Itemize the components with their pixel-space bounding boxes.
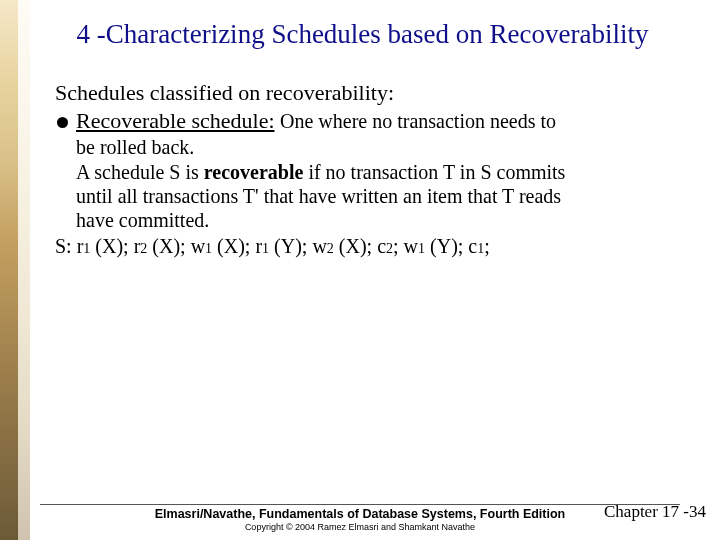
cont-2b: recoverable bbox=[204, 161, 304, 183]
footer-divider bbox=[40, 504, 680, 505]
bullet-item: Recoverable schedule: One where no trans… bbox=[55, 108, 670, 135]
slide-content: 4 -Characterizing Schedules based on Rec… bbox=[0, 0, 720, 540]
bullet-icon bbox=[57, 117, 68, 128]
continuation-text: be rolled back. A schedule S is recovera… bbox=[76, 135, 670, 233]
cont-2a: A schedule S is bbox=[76, 161, 204, 183]
footer-copyright: Copyright © 2004 Ramez Elmasri and Shamk… bbox=[0, 522, 720, 532]
cont-line-2: A schedule S is recoverable if no transa… bbox=[76, 160, 670, 184]
chapter-label: Chapter 17 -34 bbox=[604, 502, 706, 522]
cont-2c: if no transaction T in S commits bbox=[303, 161, 565, 183]
cont-line-3: until all transactions T' that have writ… bbox=[76, 184, 670, 208]
cont-line-4: have committed. bbox=[76, 208, 670, 232]
bullet-text: Recoverable schedule: One where no trans… bbox=[76, 108, 556, 135]
schedule-expression: S: r1 (X); r2 (X); w1 (X); r1 (Y); w2 (X… bbox=[55, 235, 670, 258]
bullet-desc: One where no transaction needs to bbox=[280, 110, 556, 132]
intro-text: Schedules classified on recoverability: bbox=[55, 80, 670, 106]
bullet-term: Recoverable schedule: bbox=[76, 108, 275, 133]
slide-title: 4 -Characterizing Schedules based on Rec… bbox=[55, 18, 670, 50]
cont-line-1: be rolled back. bbox=[76, 135, 670, 159]
